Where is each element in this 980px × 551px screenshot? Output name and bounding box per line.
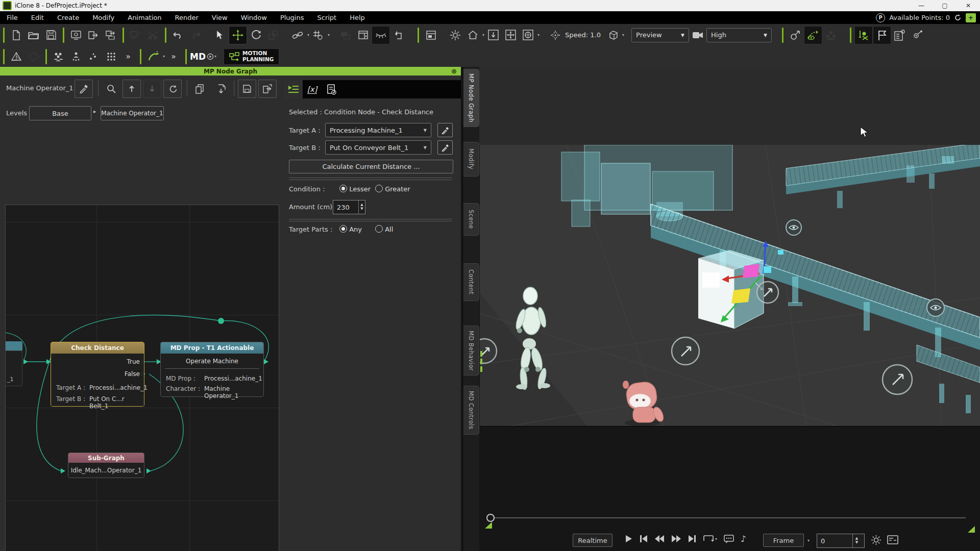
panel-close-icon[interactable]: ⊗ xyxy=(451,67,457,75)
copy-node-button[interactable] xyxy=(191,80,209,98)
playhead-marker[interactable] xyxy=(487,514,494,521)
paste-node-button[interactable] xyxy=(212,80,231,98)
command-list-icon[interactable] xyxy=(891,27,909,44)
save-project-icon[interactable] xyxy=(42,27,60,44)
amount-input[interactable] xyxy=(333,203,358,212)
menu-edit[interactable]: Edit xyxy=(24,11,51,24)
tab-variables[interactable]: [x] xyxy=(303,80,322,98)
grid-dots-icon[interactable] xyxy=(102,48,119,65)
move-tool-icon[interactable] xyxy=(229,26,247,44)
md-caret[interactable]: ▾ xyxy=(214,54,216,59)
amount-stepper[interactable]: ▲▼ xyxy=(358,201,365,214)
motion-preview-icon[interactable] xyxy=(804,26,822,44)
snap-tool-icon[interactable] xyxy=(309,27,327,44)
range-start-marker[interactable] xyxy=(485,522,492,529)
target-a-pick-button[interactable] xyxy=(437,123,453,137)
range-end-marker[interactable] xyxy=(966,524,976,534)
timeline-panel-icon[interactable] xyxy=(887,535,898,544)
menu-script[interactable]: Script xyxy=(311,11,344,24)
menu-modify[interactable]: Modify xyxy=(86,11,121,24)
close-button[interactable]: ✕ xyxy=(957,0,980,11)
frame-number-input[interactable] xyxy=(817,537,852,545)
amount-field[interactable]: ▲▼ xyxy=(333,200,365,214)
calculate-distance-button[interactable]: Calculate Current Distance ... xyxy=(289,160,453,173)
menu-help[interactable]: Help xyxy=(343,11,372,24)
select-tool-icon[interactable] xyxy=(211,27,229,44)
menu-view[interactable]: View xyxy=(205,11,234,24)
prism-icon[interactable] xyxy=(8,48,25,65)
side-tab-scene[interactable]: Scene xyxy=(463,203,479,236)
dock-panel-icon[interactable] xyxy=(354,27,372,44)
flag-marker-icon[interactable] xyxy=(873,26,891,44)
condition-lesser-radio[interactable]: Lesser xyxy=(339,185,371,193)
refresh-points-icon[interactable] xyxy=(954,14,962,21)
quality-dropdown[interactable]: High▼ xyxy=(706,28,772,42)
snap-tool-caret[interactable]: ▾ xyxy=(328,33,330,37)
menu-create[interactable]: Create xyxy=(51,11,86,24)
more-plant-chevron[interactable]: » xyxy=(165,48,182,65)
side-tab-content[interactable]: Content xyxy=(463,263,479,301)
search-node-button[interactable] xyxy=(102,80,120,98)
side-tab-md-behavior[interactable]: MD Behavior xyxy=(463,325,479,375)
md-logo-icon[interactable]: MD xyxy=(190,48,213,65)
side-tab-mp-node-graph[interactable]: MP Node Graph xyxy=(463,69,479,127)
import-graph-button[interactable] xyxy=(258,80,277,98)
parts-all-radio[interactable]: All xyxy=(375,225,393,233)
frame-stepper[interactable]: ▲▼ xyxy=(852,534,861,547)
first-frame-button[interactable] xyxy=(640,535,648,543)
target-b-pick-button[interactable] xyxy=(437,140,453,155)
condition-greater-radio[interactable]: Greater xyxy=(375,185,410,193)
save-graph-button[interactable] xyxy=(238,80,256,98)
menu-file[interactable]: File xyxy=(0,11,24,24)
frame-mode-caret[interactable]: ▾ xyxy=(807,538,810,543)
camera-icon[interactable] xyxy=(689,27,706,44)
realtime-button[interactable]: Realtime xyxy=(573,534,612,547)
target-a-dropdown[interactable]: Processing Machine_1▼ xyxy=(325,123,431,137)
light-icon[interactable] xyxy=(447,27,464,44)
avatar-proxy-icon[interactable] xyxy=(67,48,85,65)
node-partial-left[interactable]: _1 xyxy=(5,341,22,386)
caption-button[interactable] xyxy=(724,535,734,543)
node-check-distance[interactable]: Check Distance True False Target A : Pro… xyxy=(51,342,144,407)
menu-plugins[interactable]: Plugins xyxy=(274,11,311,24)
minimize-button[interactable]: — xyxy=(910,0,933,11)
menu-window[interactable]: Window xyxy=(234,11,274,24)
pivot-edit-icon[interactable] xyxy=(390,27,407,44)
viewport-resize-handle[interactable] xyxy=(480,351,482,357)
more-tools-chevron[interactable]: » xyxy=(119,48,137,65)
frame-mode-button[interactable]: Frame xyxy=(763,534,804,547)
mp-node-graph-titlebar[interactable]: MP Node Graph ⊗ xyxy=(0,67,461,76)
open-project-icon[interactable] xyxy=(25,27,42,44)
menu-animation[interactable]: Animation xyxy=(121,11,168,24)
display-options-icon[interactable] xyxy=(871,535,881,545)
motion-path-icon[interactable] xyxy=(787,27,804,44)
node-link-icon[interactable] xyxy=(909,27,926,44)
pick-object-button[interactable] xyxy=(75,80,93,98)
orbit-view-caret[interactable]: ▾ xyxy=(537,33,540,37)
upload-graph-button[interactable] xyxy=(122,80,141,98)
export-usb-icon[interactable] xyxy=(102,27,119,44)
tab-node-settings[interactable] xyxy=(284,80,303,98)
undo-icon[interactable] xyxy=(169,27,187,44)
plant-tool-icon[interactable] xyxy=(144,48,162,65)
rotate-tool-icon[interactable] xyxy=(247,27,264,44)
viewport-resize-handle[interactable] xyxy=(480,359,482,364)
loop-range-button[interactable]: ▾ xyxy=(703,535,717,543)
prop-dots-icon[interactable] xyxy=(85,48,102,65)
maximize-button[interactable]: ▢ xyxy=(933,0,957,11)
side-tab-md-controls[interactable]: MD Controls xyxy=(463,386,479,435)
motion-planning-button[interactable]: MOTIONPLANNING xyxy=(224,48,279,65)
level-base-button[interactable]: Base xyxy=(29,106,91,120)
timeline-track[interactable] xyxy=(479,510,980,536)
export-icon[interactable] xyxy=(85,27,102,44)
home-view-icon[interactable] xyxy=(464,27,481,44)
viewport-resize-handle[interactable] xyxy=(480,366,482,372)
menu-render[interactable]: Render xyxy=(168,11,205,24)
parts-any-radio[interactable]: Any xyxy=(339,225,362,233)
pan-view-icon[interactable] xyxy=(502,27,519,44)
target-b-dropdown[interactable]: Put On Conveyor Belt_1▼ xyxy=(325,140,431,155)
scene-manager-icon[interactable] xyxy=(422,27,439,44)
render-mode-dropdown[interactable]: Preview▼ xyxy=(631,28,689,42)
level-current-button[interactable]: Machine Operator_1 xyxy=(101,106,164,120)
audio-note-button[interactable]: ♪ xyxy=(741,534,746,544)
